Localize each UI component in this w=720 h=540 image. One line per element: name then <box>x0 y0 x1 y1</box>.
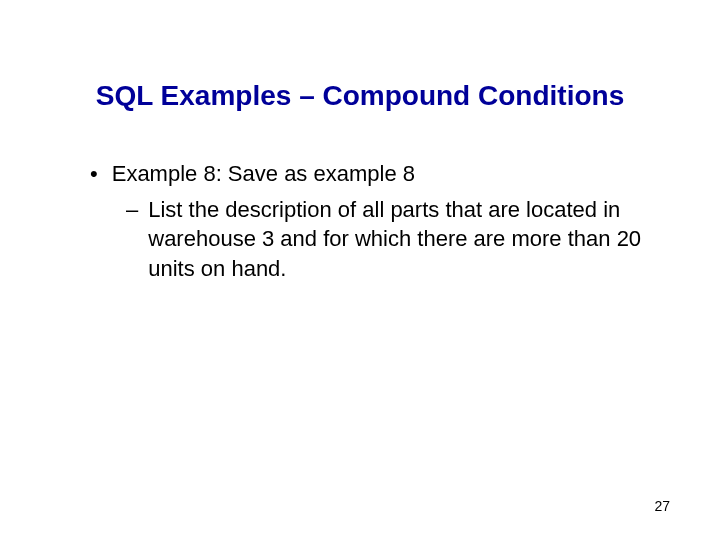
slide-title: SQL Examples – Compound Conditions <box>60 80 660 112</box>
page-number: 27 <box>654 498 670 514</box>
bullet-marker-icon: • <box>90 160 98 189</box>
slide-body: • Example 8: Save as example 8 – List th… <box>60 160 660 284</box>
bullet-level2: – List the description of all parts that… <box>90 195 650 284</box>
bullet-level1: • Example 8: Save as example 8 <box>90 160 660 189</box>
bullet1-text: Example 8: Save as example 8 <box>112 160 415 189</box>
subbullet-marker-icon: – <box>126 195 138 225</box>
bullet2-text: List the description of all parts that a… <box>148 195 650 284</box>
slide-container: SQL Examples – Compound Conditions • Exa… <box>0 0 720 540</box>
